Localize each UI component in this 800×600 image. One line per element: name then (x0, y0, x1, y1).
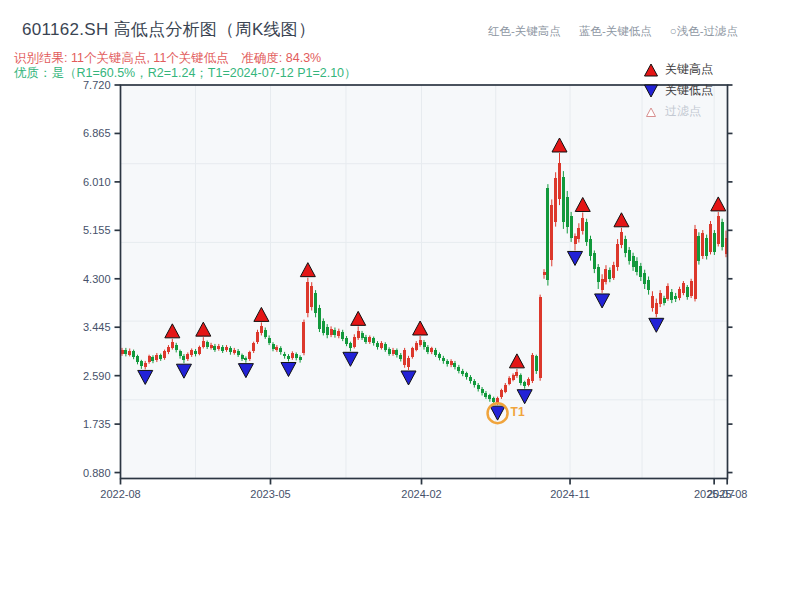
svg-text:1.735: 1.735 (83, 418, 111, 430)
svg-text:2.590: 2.590 (83, 370, 111, 382)
light-triangle-icon (643, 105, 659, 119)
svg-text:7.720: 7.720 (83, 79, 111, 91)
red-up-triangle-icon (643, 63, 659, 77)
svg-text:2025-08: 2025-08 (707, 488, 747, 500)
kline-analysis-page: 601162.SH 高低点分析图（周K线图） 红色-关键高点蓝色-关键低点○浅色… (0, 0, 800, 600)
svg-text:5.155: 5.155 (83, 224, 111, 236)
legend-label-key-low: 关键低点 (665, 82, 713, 99)
svg-text:2024-02: 2024-02 (401, 488, 441, 500)
svg-text:6.010: 6.010 (83, 176, 111, 188)
blue-down-triangle-icon (643, 84, 659, 98)
svg-text:2024-11: 2024-11 (550, 488, 590, 500)
legend-label-key-high: 关键高点 (665, 61, 713, 78)
svg-text:3.445: 3.445 (83, 321, 111, 333)
legend-item-key-low: 关键低点 (643, 80, 713, 101)
svg-text:2023-05: 2023-05 (250, 488, 290, 500)
t1-annotation-label: T1 (511, 405, 525, 419)
chart-legend: 关键高点 关键低点 过滤点 (643, 59, 713, 122)
svg-text:0.880: 0.880 (83, 467, 111, 479)
legend-item-key-high: 关键高点 (643, 59, 713, 80)
svg-text:6.865: 6.865 (83, 127, 111, 139)
legend-item-filter: 过滤点 (643, 101, 713, 122)
svg-text:2022-08: 2022-08 (100, 488, 140, 500)
svg-text:4.300: 4.300 (83, 273, 111, 285)
legend-label-filter: 过滤点 (665, 103, 701, 120)
